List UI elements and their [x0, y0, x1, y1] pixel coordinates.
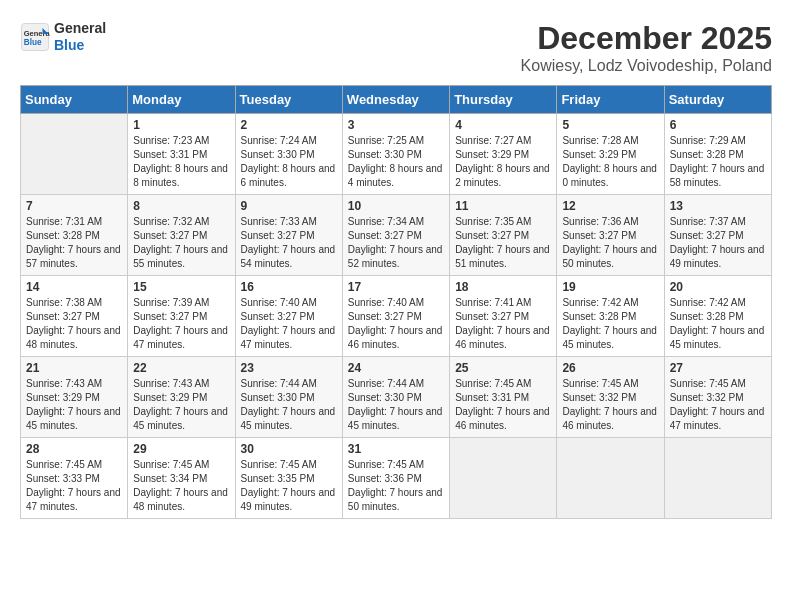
day-info: Sunrise: 7:24 AMSunset: 3:30 PMDaylight:… — [241, 134, 337, 190]
calendar-cell: 7Sunrise: 7:31 AMSunset: 3:28 PMDaylight… — [21, 195, 128, 276]
calendar-cell: 6Sunrise: 7:29 AMSunset: 3:28 PMDaylight… — [664, 114, 771, 195]
day-info: Sunrise: 7:45 AMSunset: 3:36 PMDaylight:… — [348, 458, 444, 514]
calendar-cell: 18Sunrise: 7:41 AMSunset: 3:27 PMDayligh… — [450, 276, 557, 357]
calendar-cell: 20Sunrise: 7:42 AMSunset: 3:28 PMDayligh… — [664, 276, 771, 357]
calendar-cell: 12Sunrise: 7:36 AMSunset: 3:27 PMDayligh… — [557, 195, 664, 276]
calendar-cell — [450, 438, 557, 519]
calendar-cell: 5Sunrise: 7:28 AMSunset: 3:29 PMDaylight… — [557, 114, 664, 195]
calendar-cell: 21Sunrise: 7:43 AMSunset: 3:29 PMDayligh… — [21, 357, 128, 438]
day-number: 15 — [133, 280, 229, 294]
calendar-cell: 2Sunrise: 7:24 AMSunset: 3:30 PMDaylight… — [235, 114, 342, 195]
calendar-cell: 26Sunrise: 7:45 AMSunset: 3:32 PMDayligh… — [557, 357, 664, 438]
logo-icon: General Blue — [20, 22, 50, 52]
page-title: December 2025 — [521, 20, 772, 57]
day-number: 4 — [455, 118, 551, 132]
day-info: Sunrise: 7:43 AMSunset: 3:29 PMDaylight:… — [133, 377, 229, 433]
day-info: Sunrise: 7:45 AMSunset: 3:31 PMDaylight:… — [455, 377, 551, 433]
day-number: 5 — [562, 118, 658, 132]
day-number: 11 — [455, 199, 551, 213]
day-number: 7 — [26, 199, 122, 213]
day-info: Sunrise: 7:40 AMSunset: 3:27 PMDaylight:… — [348, 296, 444, 352]
day-header-saturday: Saturday — [664, 86, 771, 114]
logo: General Blue General Blue — [20, 20, 106, 54]
day-info: Sunrise: 7:44 AMSunset: 3:30 PMDaylight:… — [241, 377, 337, 433]
day-info: Sunrise: 7:45 AMSunset: 3:35 PMDaylight:… — [241, 458, 337, 514]
day-info: Sunrise: 7:34 AMSunset: 3:27 PMDaylight:… — [348, 215, 444, 271]
day-info: Sunrise: 7:42 AMSunset: 3:28 PMDaylight:… — [670, 296, 766, 352]
logo-blue: Blue — [54, 37, 106, 54]
calendar-cell: 30Sunrise: 7:45 AMSunset: 3:35 PMDayligh… — [235, 438, 342, 519]
day-header-tuesday: Tuesday — [235, 86, 342, 114]
day-number: 13 — [670, 199, 766, 213]
day-number: 23 — [241, 361, 337, 375]
day-info: Sunrise: 7:36 AMSunset: 3:27 PMDaylight:… — [562, 215, 658, 271]
calendar-cell: 29Sunrise: 7:45 AMSunset: 3:34 PMDayligh… — [128, 438, 235, 519]
day-info: Sunrise: 7:23 AMSunset: 3:31 PMDaylight:… — [133, 134, 229, 190]
calendar-cell — [557, 438, 664, 519]
day-info: Sunrise: 7:37 AMSunset: 3:27 PMDaylight:… — [670, 215, 766, 271]
day-info: Sunrise: 7:32 AMSunset: 3:27 PMDaylight:… — [133, 215, 229, 271]
calendar-header-row: SundayMondayTuesdayWednesdayThursdayFrid… — [21, 86, 772, 114]
day-info: Sunrise: 7:33 AMSunset: 3:27 PMDaylight:… — [241, 215, 337, 271]
day-header-thursday: Thursday — [450, 86, 557, 114]
title-block: December 2025 Kowiesy, Lodz Voivodeship,… — [521, 20, 772, 75]
day-number: 14 — [26, 280, 122, 294]
day-info: Sunrise: 7:35 AMSunset: 3:27 PMDaylight:… — [455, 215, 551, 271]
day-info: Sunrise: 7:40 AMSunset: 3:27 PMDaylight:… — [241, 296, 337, 352]
calendar-cell: 10Sunrise: 7:34 AMSunset: 3:27 PMDayligh… — [342, 195, 449, 276]
calendar-cell: 31Sunrise: 7:45 AMSunset: 3:36 PMDayligh… — [342, 438, 449, 519]
calendar-table: SundayMondayTuesdayWednesdayThursdayFrid… — [20, 85, 772, 519]
day-info: Sunrise: 7:28 AMSunset: 3:29 PMDaylight:… — [562, 134, 658, 190]
page-subtitle: Kowiesy, Lodz Voivodeship, Poland — [521, 57, 772, 75]
day-number: 27 — [670, 361, 766, 375]
day-number: 16 — [241, 280, 337, 294]
calendar-week-1: 1Sunrise: 7:23 AMSunset: 3:31 PMDaylight… — [21, 114, 772, 195]
day-info: Sunrise: 7:29 AMSunset: 3:28 PMDaylight:… — [670, 134, 766, 190]
day-number: 12 — [562, 199, 658, 213]
day-number: 18 — [455, 280, 551, 294]
calendar-cell: 19Sunrise: 7:42 AMSunset: 3:28 PMDayligh… — [557, 276, 664, 357]
day-number: 28 — [26, 442, 122, 456]
day-info: Sunrise: 7:31 AMSunset: 3:28 PMDaylight:… — [26, 215, 122, 271]
day-info: Sunrise: 7:41 AMSunset: 3:27 PMDaylight:… — [455, 296, 551, 352]
day-number: 3 — [348, 118, 444, 132]
svg-text:Blue: Blue — [24, 37, 42, 46]
calendar-week-3: 14Sunrise: 7:38 AMSunset: 3:27 PMDayligh… — [21, 276, 772, 357]
day-info: Sunrise: 7:44 AMSunset: 3:30 PMDaylight:… — [348, 377, 444, 433]
day-header-friday: Friday — [557, 86, 664, 114]
day-number: 22 — [133, 361, 229, 375]
day-number: 10 — [348, 199, 444, 213]
day-header-wednesday: Wednesday — [342, 86, 449, 114]
day-number: 1 — [133, 118, 229, 132]
calendar-cell: 8Sunrise: 7:32 AMSunset: 3:27 PMDaylight… — [128, 195, 235, 276]
day-number: 17 — [348, 280, 444, 294]
calendar-week-5: 28Sunrise: 7:45 AMSunset: 3:33 PMDayligh… — [21, 438, 772, 519]
day-number: 31 — [348, 442, 444, 456]
logo-general: General — [54, 20, 106, 37]
calendar-cell: 1Sunrise: 7:23 AMSunset: 3:31 PMDaylight… — [128, 114, 235, 195]
day-info: Sunrise: 7:45 AMSunset: 3:32 PMDaylight:… — [670, 377, 766, 433]
day-info: Sunrise: 7:27 AMSunset: 3:29 PMDaylight:… — [455, 134, 551, 190]
day-info: Sunrise: 7:45 AMSunset: 3:32 PMDaylight:… — [562, 377, 658, 433]
day-info: Sunrise: 7:42 AMSunset: 3:28 PMDaylight:… — [562, 296, 658, 352]
calendar-cell: 24Sunrise: 7:44 AMSunset: 3:30 PMDayligh… — [342, 357, 449, 438]
calendar-cell: 11Sunrise: 7:35 AMSunset: 3:27 PMDayligh… — [450, 195, 557, 276]
day-number: 25 — [455, 361, 551, 375]
day-header-sunday: Sunday — [21, 86, 128, 114]
day-number: 30 — [241, 442, 337, 456]
calendar-cell: 22Sunrise: 7:43 AMSunset: 3:29 PMDayligh… — [128, 357, 235, 438]
day-info: Sunrise: 7:45 AMSunset: 3:33 PMDaylight:… — [26, 458, 122, 514]
calendar-week-2: 7Sunrise: 7:31 AMSunset: 3:28 PMDaylight… — [21, 195, 772, 276]
calendar-cell: 17Sunrise: 7:40 AMSunset: 3:27 PMDayligh… — [342, 276, 449, 357]
page-header: General Blue General Blue December 2025 … — [20, 20, 772, 75]
calendar-cell — [21, 114, 128, 195]
day-number: 6 — [670, 118, 766, 132]
day-info: Sunrise: 7:39 AMSunset: 3:27 PMDaylight:… — [133, 296, 229, 352]
day-number: 19 — [562, 280, 658, 294]
calendar-cell: 13Sunrise: 7:37 AMSunset: 3:27 PMDayligh… — [664, 195, 771, 276]
calendar-cell: 23Sunrise: 7:44 AMSunset: 3:30 PMDayligh… — [235, 357, 342, 438]
day-number: 29 — [133, 442, 229, 456]
day-info: Sunrise: 7:38 AMSunset: 3:27 PMDaylight:… — [26, 296, 122, 352]
day-info: Sunrise: 7:43 AMSunset: 3:29 PMDaylight:… — [26, 377, 122, 433]
calendar-cell: 14Sunrise: 7:38 AMSunset: 3:27 PMDayligh… — [21, 276, 128, 357]
